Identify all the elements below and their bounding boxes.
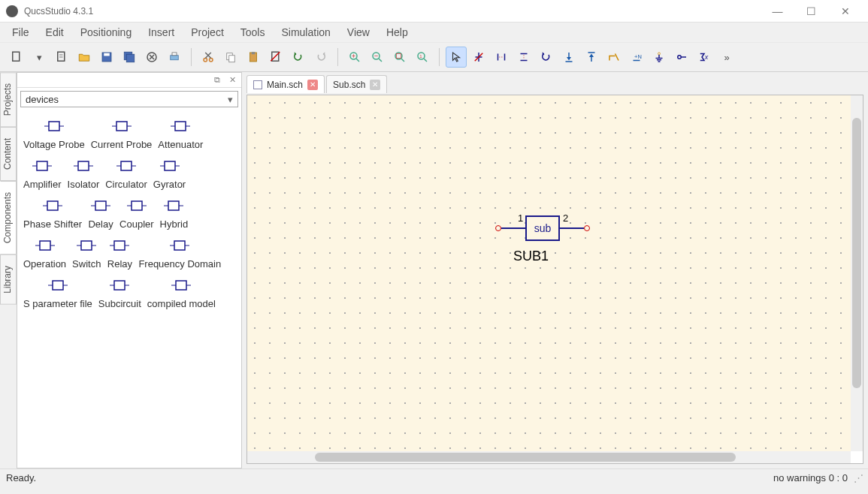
side-tab-library[interactable]: Library <box>0 255 17 305</box>
zoom-reset-button[interactable]: 1 <box>412 47 433 68</box>
svg-rect-5 <box>104 53 110 56</box>
delete-button[interactable] <box>265 47 286 68</box>
side-tab-content[interactable]: Content <box>0 127 17 181</box>
component-icon <box>161 194 186 217</box>
menu-file[interactable]: File <box>5 24 37 41</box>
menu-help[interactable]: Help <box>379 24 416 41</box>
component-label: Isolator <box>68 179 100 190</box>
mirror-button[interactable] <box>491 47 512 68</box>
select-tool-button[interactable] <box>446 47 467 68</box>
side-tab-components[interactable]: Components <box>0 181 17 255</box>
new-file-button[interactable] <box>6 47 27 68</box>
equation-button[interactable]: x <box>694 47 715 68</box>
menu-view[interactable]: View <box>340 24 377 41</box>
maximize-button[interactable]: ☐ <box>794 0 828 23</box>
tab-main[interactable]: Main.sch ✕ <box>246 75 325 93</box>
horizontal-scrollbar[interactable] <box>247 451 851 463</box>
subcircuit-component[interactable]: 1 sub 2 SUB1 <box>495 208 600 276</box>
component-s-parameter-file[interactable]: S parameter file <box>23 274 92 309</box>
component-subcircuit[interactable]: Subcircuit <box>98 274 141 309</box>
component-gyrator[interactable]: Gyrator <box>153 155 186 190</box>
component-isolator[interactable]: Isolator <box>68 155 100 190</box>
menu-edit[interactable]: Edit <box>38 24 71 41</box>
svg-rect-68 <box>121 161 132 170</box>
print-button[interactable] <box>164 47 185 68</box>
close-tab-main[interactable]: ✕ <box>307 80 318 90</box>
port-button[interactable] <box>671 47 692 68</box>
svg-rect-89 <box>81 241 92 250</box>
component-icon <box>168 115 193 137</box>
zoom-fit-button[interactable] <box>389 47 410 68</box>
component-delay[interactable]: Delay <box>88 194 113 230</box>
component-operation[interactable]: Operation <box>23 234 66 270</box>
mirror-v-button[interactable] <box>513 47 534 68</box>
component-category-combo[interactable]: devices ▾ <box>20 91 238 107</box>
component-icon <box>124 194 150 217</box>
ground-button[interactable] <box>649 47 670 68</box>
zoom-out-button[interactable] <box>367 47 388 68</box>
close-tab-sub[interactable]: ✕ <box>370 80 380 90</box>
zoom-in-button[interactable] <box>344 47 365 68</box>
tab-sub-label: Sub.sch <box>333 80 365 90</box>
menu-simulation[interactable]: Simulation <box>274 24 337 41</box>
component-icon <box>107 234 132 257</box>
schematic-canvas[interactable]: 1 sub 2 SUB1 <box>247 95 851 451</box>
svg-rect-12 <box>172 53 177 56</box>
svg-rect-53 <box>49 122 59 131</box>
new-dropdown-button[interactable]: ▾ <box>29 47 50 68</box>
label-button[interactable]: +N <box>626 47 647 68</box>
svg-rect-80 <box>132 201 142 210</box>
toolbar-more-button[interactable]: » <box>716 47 737 68</box>
component-coupler[interactable]: Coupler <box>119 194 154 230</box>
side-tab-projects[interactable]: Projects <box>0 72 17 127</box>
copy-button[interactable] <box>220 47 241 68</box>
component-compiled-model[interactable]: compiled model <box>147 274 216 309</box>
save-all-button[interactable] <box>119 47 140 68</box>
wire-button[interactable] <box>603 47 625 68</box>
component-label: Amplifier <box>23 179 62 190</box>
go-into-button[interactable] <box>558 47 579 68</box>
panel-close-button[interactable]: ✕ <box>227 75 238 85</box>
rotate-button[interactable] <box>536 47 557 68</box>
component-icon <box>74 234 99 257</box>
side-tabs: Projects Content Components Library <box>0 72 17 468</box>
component-current-probe[interactable]: Current Probe <box>91 115 153 150</box>
toolbar: ▾ 1 +N x » <box>0 42 868 72</box>
menu-insert[interactable]: Insert <box>141 24 182 41</box>
component-relay[interactable]: Relay <box>107 234 132 270</box>
component-label: Circulator <box>105 179 147 190</box>
component-phase-shifter[interactable]: Phase Shifter <box>23 194 82 230</box>
panel-float-button[interactable]: ⧉ <box>212 75 222 85</box>
text-file-button[interactable] <box>51 47 72 68</box>
menu-tools[interactable]: Tools <box>233 24 273 41</box>
undo-button[interactable] <box>288 47 309 68</box>
close-file-button[interactable] <box>141 47 162 68</box>
close-button[interactable]: ✕ <box>828 0 862 23</box>
component-hybrid[interactable]: Hybrid <box>160 194 189 230</box>
resize-grip[interactable]: ⋰ <box>854 472 862 483</box>
vertical-scrollbar[interactable] <box>851 95 863 451</box>
component-frequency-domain[interactable]: Frequency Domain <box>138 234 221 270</box>
open-button[interactable] <box>74 47 95 68</box>
redo-button[interactable] <box>310 47 331 68</box>
svg-rect-0 <box>13 52 20 61</box>
tab-sub[interactable]: Sub.sch ✕ <box>326 75 387 93</box>
component-switch[interactable]: Switch <box>72 234 101 270</box>
pop-out-button[interactable] <box>581 47 602 68</box>
components-panel: ⧉ ✕ devices ▾ Voltage ProbeCurrent Probe… <box>17 72 242 468</box>
component-label: Operation <box>23 258 66 270</box>
menu-positioning[interactable]: Positioning <box>73 24 140 41</box>
paste-button[interactable] <box>243 47 264 68</box>
menu-project[interactable]: Project <box>183 24 231 41</box>
deactivate-button[interactable] <box>468 47 489 68</box>
svg-point-13 <box>204 59 207 62</box>
minimize-button[interactable]: — <box>761 0 794 23</box>
component-attenuator[interactable]: Attenuator <box>158 115 203 150</box>
save-button[interactable] <box>96 47 117 68</box>
app-title: QucsStudio 4.3.1 <box>24 6 761 17</box>
component-circulator[interactable]: Circulator <box>105 155 147 190</box>
component-voltage-probe[interactable]: Voltage Probe <box>23 115 85 150</box>
component-icon <box>107 274 132 297</box>
component-amplifier[interactable]: Amplifier <box>23 155 62 190</box>
cut-button[interactable] <box>198 47 219 68</box>
